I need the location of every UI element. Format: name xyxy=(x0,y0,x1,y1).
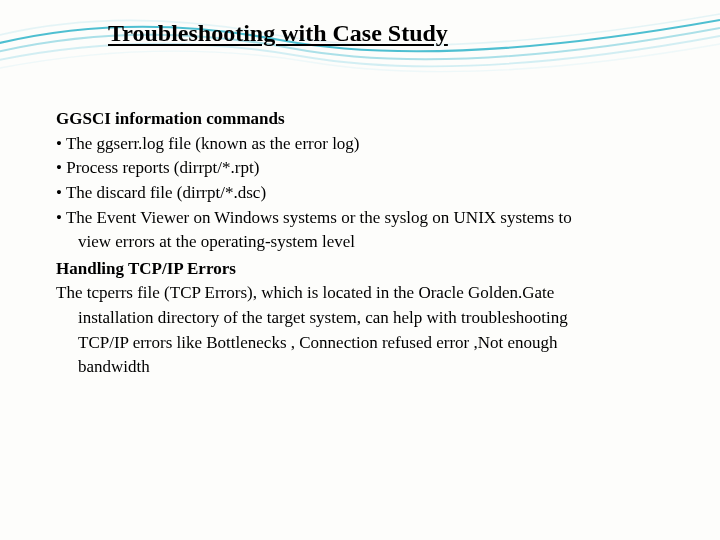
paragraph-line: TCP/IP errors like Bottlenecks , Connect… xyxy=(56,331,680,356)
bullet-item: • The ggserr.log file (known as the erro… xyxy=(56,132,680,157)
bullet-item: • Process reports (dirrpt/*.rpt) xyxy=(56,156,680,181)
bullet-item: • The Event Viewer on Windows systems or… xyxy=(56,206,680,231)
section-heading-tcpip: Handling TCP/IP Errors xyxy=(56,257,680,282)
bullet-item: • The discard file (dirrpt/*.dsc) xyxy=(56,181,680,206)
paragraph-line: bandwidth xyxy=(56,355,680,380)
paragraph-line: The tcperrs file (TCP Errors), which is … xyxy=(56,281,680,306)
paragraph-line: installation directory of the target sys… xyxy=(56,306,680,331)
slide-title: Troubleshooting with Case Study xyxy=(108,20,448,47)
slide-body: GGSCI information commands • The ggserr.… xyxy=(56,105,680,380)
bullet-item-continuation: view errors at the operating-system leve… xyxy=(56,230,680,255)
section-heading-ggsci: GGSCI information commands xyxy=(56,107,680,132)
